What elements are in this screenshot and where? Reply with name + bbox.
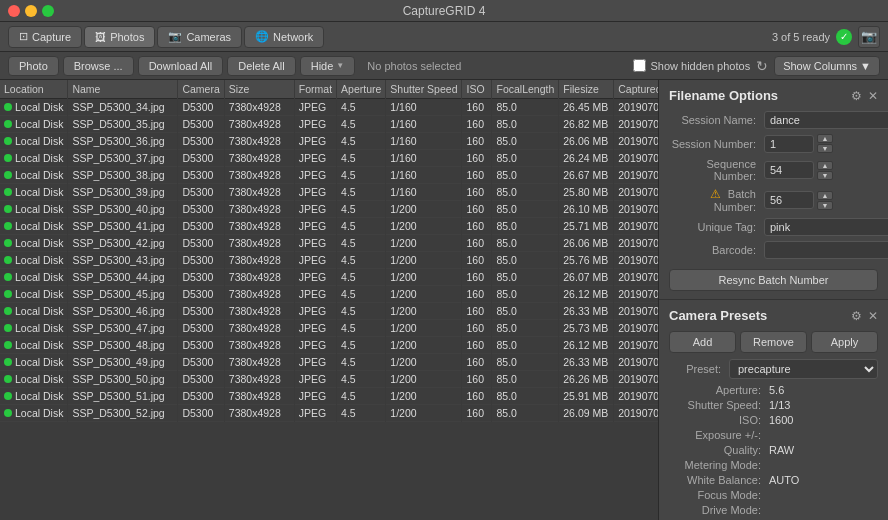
barcode-input[interactable] — [764, 241, 888, 259]
table-row[interactable]: Local Disk SSP_D5300_42.jpg D5300 7380x4… — [0, 235, 658, 252]
session-number-input[interactable] — [764, 135, 814, 153]
sequence-number-input[interactable] — [764, 161, 814, 179]
table-row[interactable]: Local Disk SSP_D5300_36.jpg D5300 7380x4… — [0, 133, 658, 150]
shutter-speed-row: Shutter Speed: 1/13 — [669, 399, 878, 411]
col-header-iso[interactable]: ISO — [462, 80, 492, 99]
session-number-decrement[interactable]: ▼ — [817, 144, 833, 153]
table-row[interactable]: Local Disk SSP_D5300_48.jpg D5300 7380x4… — [0, 337, 658, 354]
table-row[interactable]: Local Disk SSP_D5300_50.jpg D5300 7380x4… — [0, 371, 658, 388]
cell-shutter: 1/200 — [386, 201, 462, 218]
add-preset-button[interactable]: Add — [669, 331, 736, 353]
cell-shutter: 1/200 — [386, 405, 462, 422]
presets-close-icon[interactable]: ✕ — [868, 309, 878, 323]
show-hidden-input[interactable] — [633, 59, 646, 72]
table-row[interactable]: Local Disk SSP_D5300_37.jpg D5300 7380x4… — [0, 150, 658, 167]
cell-iso: 160 — [462, 405, 492, 422]
focus-mode-label: Focus Mode: — [669, 489, 769, 501]
cell-camera: D5300 — [178, 388, 224, 405]
tab-cameras[interactable]: 📷 Cameras — [157, 26, 242, 48]
batch-number-input[interactable] — [764, 191, 814, 209]
col-header-camera[interactable]: Camera — [178, 80, 224, 99]
table-row[interactable]: Local Disk SSP_D5300_47.jpg D5300 7380x4… — [0, 320, 658, 337]
cell-shutter: 1/160 — [386, 133, 462, 150]
col-header-filesize[interactable]: Filesize — [559, 80, 614, 99]
close-icon[interactable]: ✕ — [868, 89, 878, 103]
col-header-shutter[interactable]: Shutter Speed — [386, 80, 462, 99]
gear-icon[interactable]: ⚙ — [851, 89, 862, 103]
col-header-location[interactable]: Location — [0, 80, 68, 99]
tab-photos[interactable]: 🖼 Photos — [84, 26, 155, 48]
photos-table-container[interactable]: Location Name Camera Size Format Apertur… — [0, 80, 658, 520]
sequence-number-label: Sequence Number: — [669, 158, 764, 182]
table-row[interactable]: Local Disk SSP_D5300_43.jpg D5300 7380x4… — [0, 252, 658, 269]
sequence-number-decrement[interactable]: ▼ — [817, 171, 833, 180]
cell-size: 7380x4928 — [224, 405, 294, 422]
cell-name: SSP_D5300_47.jpg — [68, 320, 178, 337]
batch-number-decrement[interactable]: ▼ — [817, 201, 833, 210]
cell-location: Local Disk — [0, 269, 68, 286]
close-button[interactable] — [8, 5, 20, 17]
col-header-captured[interactable]: Captured ▼ — [614, 80, 658, 99]
preset-select[interactable]: precapture — [729, 359, 878, 379]
batch-number-increment[interactable]: ▲ — [817, 191, 833, 200]
table-row[interactable]: Local Disk SSP_D5300_52.jpg D5300 7380x4… — [0, 405, 658, 422]
cell-shutter: 1/200 — [386, 286, 462, 303]
show-columns-button[interactable]: Show Columns ▼ — [774, 56, 880, 76]
browse-button[interactable]: Browse ... — [63, 56, 134, 76]
col-header-format[interactable]: Format — [294, 80, 336, 99]
tab-capture[interactable]: ⊡ Capture — [8, 26, 82, 48]
unique-tag-input[interactable] — [764, 218, 888, 236]
table-row[interactable]: Local Disk SSP_D5300_39.jpg D5300 7380x4… — [0, 184, 658, 201]
session-name-row: Session Name: — [669, 111, 878, 129]
camera-capture-button[interactable]: 📷 — [858, 26, 880, 48]
cell-name: SSP_D5300_46.jpg — [68, 303, 178, 320]
cell-iso: 160 — [462, 320, 492, 337]
show-hidden-checkbox[interactable]: Show hidden photos — [633, 59, 750, 72]
session-number-increment[interactable]: ▲ — [817, 134, 833, 143]
maximize-button[interactable] — [42, 5, 54, 17]
presets-gear-icon[interactable]: ⚙ — [851, 309, 862, 323]
session-name-input[interactable] — [764, 111, 888, 129]
cell-format: JPEG — [294, 337, 336, 354]
cell-format: JPEG — [294, 218, 336, 235]
cell-name: SSP_D5300_35.jpg — [68, 116, 178, 133]
table-row[interactable]: Local Disk SSP_D5300_34.jpg D5300 7380x4… — [0, 99, 658, 116]
download-all-button[interactable]: Download All — [138, 56, 224, 76]
refresh-button[interactable]: ↻ — [756, 58, 768, 74]
cell-format: JPEG — [294, 167, 336, 184]
col-header-aperture[interactable]: Aperture — [337, 80, 386, 99]
apply-preset-button[interactable]: Apply — [811, 331, 878, 353]
cell-shutter: 1/160 — [386, 99, 462, 116]
cell-name: SSP_D5300_34.jpg — [68, 99, 178, 116]
delete-all-button[interactable]: Delete All — [227, 56, 295, 76]
resync-batch-button[interactable]: Resync Batch Number — [669, 269, 878, 291]
remove-preset-button[interactable]: Remove — [740, 331, 807, 353]
table-row[interactable]: Local Disk SSP_D5300_35.jpg D5300 7380x4… — [0, 116, 658, 133]
table-row[interactable]: Local Disk SSP_D5300_40.jpg D5300 7380x4… — [0, 201, 658, 218]
cell-location: Local Disk — [0, 337, 68, 354]
table-row[interactable]: Local Disk SSP_D5300_44.jpg D5300 7380x4… — [0, 269, 658, 286]
table-row[interactable]: Local Disk SSP_D5300_38.jpg D5300 7380x4… — [0, 167, 658, 184]
table-row[interactable]: Local Disk SSP_D5300_49.jpg D5300 7380x4… — [0, 354, 658, 371]
cell-name: SSP_D5300_45.jpg — [68, 286, 178, 303]
tab-network[interactable]: 🌐 Network — [244, 26, 324, 48]
hide-button[interactable]: Hide ▼ — [300, 56, 356, 76]
minimize-button[interactable] — [25, 5, 37, 17]
col-header-name[interactable]: Name — [68, 80, 178, 99]
filename-options-title: Filename Options — [669, 88, 778, 103]
photo-button[interactable]: Photo — [8, 56, 59, 76]
cell-aperture: 4.5 — [337, 184, 386, 201]
cell-format: JPEG — [294, 99, 336, 116]
cell-aperture: 4.5 — [337, 167, 386, 184]
sequence-number-increment[interactable]: ▲ — [817, 161, 833, 170]
cell-iso: 160 — [462, 167, 492, 184]
session-number-row: Session Number: ▲ ▼ — [669, 134, 878, 153]
table-row[interactable]: Local Disk SSP_D5300_51.jpg D5300 7380x4… — [0, 388, 658, 405]
table-row[interactable]: Local Disk SSP_D5300_41.jpg D5300 7380x4… — [0, 218, 658, 235]
table-row[interactable]: Local Disk SSP_D5300_45.jpg D5300 7380x4… — [0, 286, 658, 303]
cell-format: JPEG — [294, 184, 336, 201]
col-header-focal[interactable]: FocalLength — [492, 80, 559, 99]
table-row[interactable]: Local Disk SSP_D5300_46.jpg D5300 7380x4… — [0, 303, 658, 320]
col-header-size[interactable]: Size — [224, 80, 294, 99]
cell-camera: D5300 — [178, 235, 224, 252]
